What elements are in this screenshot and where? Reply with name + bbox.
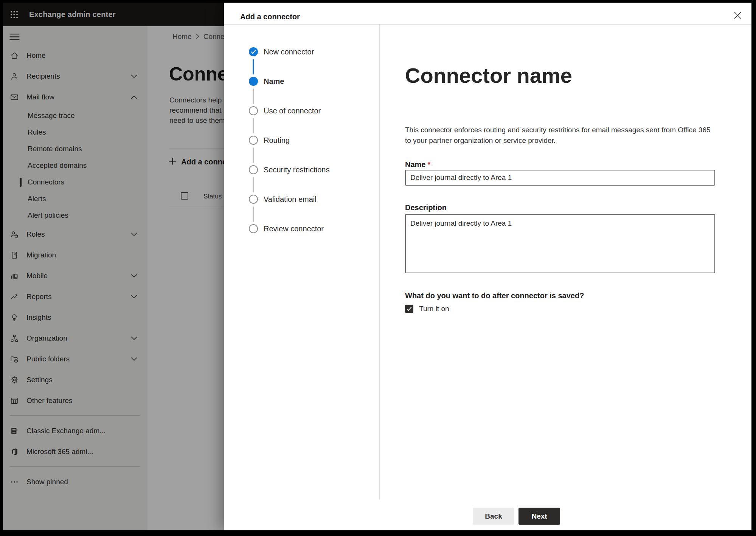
turn-it-on-label: Turn it on	[419, 305, 449, 313]
step-connector-line	[253, 147, 254, 163]
footer-buttons: Back Next	[473, 508, 560, 525]
after-save-question: What do you want to do after connector i…	[405, 291, 751, 300]
step-connector-line	[253, 88, 254, 104]
name-field-label: Name*	[405, 160, 751, 169]
required-asterisk: *	[427, 160, 430, 169]
wizard-step-review-connector[interactable]: Review connector	[249, 224, 374, 254]
exchange-admin-app: Exchange admin center HomeRecipientsMail…	[3, 3, 751, 530]
connector-description-textarea[interactable]: Deliver journal directly to Area 1	[405, 214, 715, 273]
wizard-step-new-connector[interactable]: New connector	[249, 47, 374, 77]
description-field-label: Description	[405, 203, 751, 212]
step-label: Validation email	[264, 195, 317, 204]
wizard-step-name[interactable]: Name	[249, 77, 374, 106]
back-button[interactable]: Back	[473, 508, 514, 525]
close-button[interactable]	[732, 9, 743, 21]
wizard-step-use-of-connector[interactable]: Use of connector	[249, 106, 374, 136]
wizard-step-validation-email[interactable]: Validation email	[249, 195, 374, 224]
connector-name-input[interactable]	[405, 170, 715, 186]
name-label-text: Name	[405, 160, 425, 169]
step-connector-line	[253, 177, 254, 192]
step-label: Routing	[264, 136, 290, 145]
step-label: Use of connector	[264, 106, 321, 115]
dialog-title: Add a connector	[240, 12, 300, 21]
dialog-body: New connectorNameUse of connectorRouting…	[224, 24, 751, 500]
next-button[interactable]: Next	[518, 508, 560, 525]
turn-it-on-checkbox[interactable]	[405, 305, 413, 313]
step-circle-icon	[249, 224, 258, 233]
step-connector-line	[253, 206, 254, 222]
wizard-steps: New connectorNameUse of connectorRouting…	[249, 47, 374, 254]
step-circle-icon	[249, 195, 258, 204]
step-label: Security restrictions	[264, 165, 330, 174]
step-circle-icon	[249, 165, 258, 174]
wizard-steps-panel: New connectorNameUse of connectorRouting…	[224, 24, 380, 500]
checkmark-icon	[407, 307, 412, 311]
wizard-content: Connector name This connector enforces r…	[380, 24, 751, 500]
step-label: New connector	[264, 47, 314, 56]
dialog-header: Add a connector	[224, 3, 751, 25]
step-completed-icon	[249, 47, 258, 56]
step-connector-line	[253, 118, 254, 133]
step-circle-icon	[249, 77, 258, 86]
step-connector-line	[253, 59, 254, 74]
wizard-step-security-restrictions[interactable]: Security restrictions	[249, 165, 374, 195]
close-icon	[734, 11, 742, 19]
step-label: Name	[264, 77, 284, 86]
step-label: Review connector	[264, 224, 324, 233]
add-connector-dialog: Add a connector New connectorNameUse of …	[224, 3, 751, 530]
step-circle-icon	[249, 106, 258, 115]
turn-it-on-checkbox-row[interactable]: Turn it on	[405, 305, 449, 313]
wizard-step-routing[interactable]: Routing	[249, 136, 374, 165]
dialog-footer: Back Next	[224, 500, 751, 530]
step-description: This connector enforces routing and secu…	[405, 125, 715, 146]
step-circle-icon	[249, 136, 258, 145]
step-heading: Connector name	[405, 64, 751, 88]
